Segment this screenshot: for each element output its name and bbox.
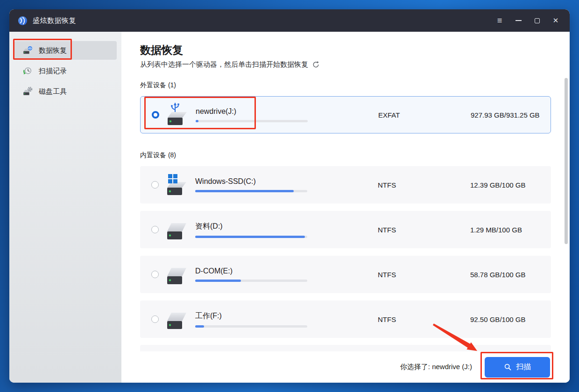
device-radio[interactable] — [152, 111, 159, 119]
clock-history-icon — [22, 66, 33, 76]
internal-device-list: Windows-SSD(C:) NTFS 12.39 GB/100 GB 资料(… — [140, 166, 551, 338]
usage-bar-fill — [195, 236, 305, 238]
window-controls: ≡ ✕ — [487, 14, 562, 27]
page-subtitle: 从列表中选择一个驱动器，然后单击扫描开始数据恢复 — [140, 60, 308, 69]
usage-bar-fill — [196, 120, 198, 122]
app-title: 盛炫数据恢复 — [33, 16, 76, 25]
refresh-icon[interactable] — [312, 61, 320, 69]
section-label-internal: 内置设备 (8) — [140, 151, 570, 160]
usage-bar — [195, 280, 307, 282]
scrollbar-thumb[interactable] — [565, 78, 568, 244]
sidebar: 数据恢复 扫描记录 — [9, 32, 121, 383]
search-icon — [504, 363, 512, 371]
device-row[interactable]: newdrive(J:) EXFAT 927.93 GB/931.25 GB — [140, 96, 551, 133]
device-info: 资料(D:) — [195, 222, 378, 238]
usage-bar — [195, 325, 307, 328]
device-info: Windows-SSD(C:) — [195, 177, 378, 192]
sidebar-item-data-recovery[interactable]: 数据恢复 — [14, 41, 117, 60]
device-name: Windows-SSD(C:) — [195, 177, 378, 186]
usage-bar-fill — [195, 190, 294, 192]
drive-icon — [164, 261, 189, 287]
main-content: 数据恢复 从列表中选择一个驱动器，然后单击扫描开始数据恢复 外置设备 (1) — [121, 32, 570, 383]
page-title: 数据恢复 — [140, 43, 570, 57]
maximize-icon[interactable] — [530, 14, 544, 27]
drive-refresh-icon — [22, 45, 33, 56]
device-row[interactable]: 资料(D:) NTFS 1.29 MB/100 GB — [140, 211, 551, 248]
device-name: 工作(F:) — [195, 311, 378, 321]
device-row[interactable]: D-COM(E:) NTFS 58.78 GB/100 GB — [140, 256, 551, 293]
close-icon[interactable]: ✕ — [549, 14, 562, 27]
drive-icon — [164, 217, 189, 243]
filesystem-label: NTFS — [378, 315, 434, 323]
usage-bar — [196, 120, 308, 122]
sidebar-item-disk-tools[interactable]: 磁盘工具 — [14, 82, 117, 101]
filesystem-label: NTFS — [378, 181, 434, 189]
section-label-external: 外置设备 (1) — [140, 81, 570, 90]
window-body: 数据恢复 扫描记录 — [9, 32, 570, 383]
usage-bar — [195, 190, 307, 192]
usage-bar-fill — [195, 280, 241, 282]
usage-bar-fill — [195, 325, 204, 328]
capacity-label: 927.93 GB/931.25 GB — [471, 111, 551, 119]
device-row[interactable]: Windows-SSD(C:) NTFS 12.39 GB/100 GB — [140, 166, 551, 203]
drive-icon — [165, 102, 189, 128]
titlebar: 盛炫数据恢复 ≡ ✕ — [9, 9, 570, 32]
drive-icon — [164, 306, 189, 332]
external-device-list: newdrive(J:) EXFAT 927.93 GB/931.25 GB — [140, 96, 551, 133]
sidebar-item-scan-history[interactable]: 扫描记录 — [14, 62, 117, 80]
scan-button[interactable]: 扫描 — [485, 357, 550, 378]
device-name: newdrive(J:) — [196, 107, 378, 116]
device-info: newdrive(J:) — [196, 107, 378, 122]
drive-gear-icon — [22, 86, 33, 97]
device-name: D-COM(E:) — [195, 267, 378, 275]
sidebar-item-label: 扫描记录 — [39, 67, 67, 76]
device-info: 工作(F:) — [195, 311, 378, 328]
menu-icon[interactable]: ≡ — [493, 14, 506, 27]
capacity-label: 58.78 GB/100 GB — [470, 271, 551, 279]
device-row-partial — [140, 345, 551, 351]
minimize-icon[interactable] — [512, 14, 525, 27]
footer-bar: 你选择了: newdrive (J:) 扫描 — [121, 351, 570, 383]
device-radio[interactable] — [151, 315, 159, 323]
usage-bar — [195, 236, 307, 238]
device-radio[interactable] — [151, 271, 159, 278]
device-radio[interactable] — [151, 226, 159, 233]
scan-button-label: 扫描 — [516, 362, 531, 372]
device-radio[interactable] — [151, 181, 159, 189]
sidebar-item-label: 磁盘工具 — [39, 87, 67, 96]
capacity-label: 92.50 GB/100 GB — [470, 315, 551, 323]
device-info: D-COM(E:) — [195, 267, 378, 282]
capacity-label: 1.29 MB/100 GB — [470, 226, 551, 234]
filesystem-label: NTFS — [378, 226, 434, 234]
desktop-background: 盛炫数据恢复 ≡ ✕ — [0, 0, 579, 392]
app-window: 盛炫数据恢复 ≡ ✕ — [9, 9, 570, 383]
sidebar-item-label: 数据恢复 — [39, 46, 67, 55]
capacity-label: 12.39 GB/100 GB — [470, 181, 551, 189]
filesystem-label: NTFS — [378, 271, 434, 279]
drive-icon — [164, 172, 189, 198]
app-logo-icon — [18, 16, 28, 26]
selection-text: 你选择了: newdrive (J:) — [400, 363, 472, 371]
device-row[interactable]: 工作(F:) NTFS 92.50 GB/100 GB — [140, 301, 551, 338]
device-name: 资料(D:) — [195, 222, 378, 231]
filesystem-label: EXFAT — [378, 111, 434, 119]
